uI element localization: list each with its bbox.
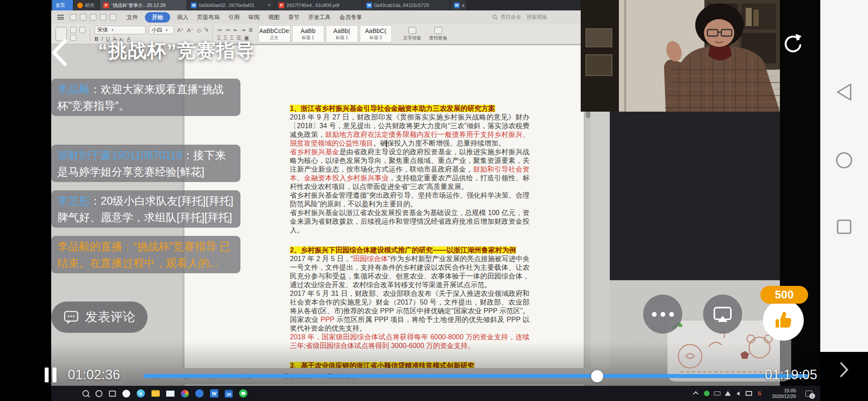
toolbar-tool-button[interactable]: 查找替换 <box>429 27 447 41</box>
indent-left-icon[interactable]: ⇤ <box>233 27 238 33</box>
ribbon-menu-item[interactable]: 页面布局 <box>193 12 224 23</box>
taskbar-app-icon[interactable] <box>166 391 174 397</box>
taskbar-app-icon[interactable]: 29 <box>225 390 233 398</box>
line-spacing-icon[interactable]: ≣ <box>248 27 253 33</box>
paragraph-style-option[interactable]: AaBb( 标题 2 <box>326 25 358 43</box>
wps-document-tab[interactable]: P 2d17f740e4...61c809.pdf <box>275 0 362 10</box>
current-time: 01:02:36 <box>68 367 120 383</box>
chat-username[interactable]: 李品毅 <box>57 83 90 95</box>
chat-username[interactable]: 浙财刘于豪190110870119 <box>57 149 182 161</box>
tab-label: 0a43cab1da..54115c5729 <box>374 3 429 8</box>
paragraph-style-option[interactable]: AaBbCcDe 正文 <box>258 25 290 43</box>
ribbon-menu-item[interactable]: 审阅 <box>244 12 264 23</box>
ribbon-menu-item[interactable]: 开发工具 <box>304 12 335 23</box>
redo-icon[interactable] <box>110 14 116 20</box>
tray-icon[interactable] <box>746 391 752 396</box>
taskbar-app-icon[interactable] <box>151 390 160 397</box>
wps-document-tab[interactable]: 首页 <box>52 0 73 10</box>
taskbar-app-icon[interactable] <box>239 389 247 398</box>
progress-thumb[interactable] <box>591 370 603 382</box>
ribbon-menu-item[interactable]: 插入 <box>173 12 193 23</box>
tab-close-icon[interactable]: × <box>268 2 271 8</box>
tray-icon[interactable] <box>725 391 731 396</box>
taskbar-app-icon[interactable] <box>95 390 102 397</box>
doc-paragraph: 2018 年 9 月 27 日，财政部印发《贯彻落实实施乡村振兴战略的意见》财办… <box>290 113 529 148</box>
taskbar-app-icon[interactable] <box>82 390 89 397</box>
number-list-icon[interactable]: ≕ <box>225 27 230 33</box>
more-options-button[interactable] <box>643 295 682 334</box>
chat-overlay: 李品毅：欢迎大家来观看直播“挑战杯”竞赛指导”。 浙财刘于豪1901108701… <box>51 79 281 282</box>
grow-font-icon[interactable]: A⁺ <box>177 27 184 33</box>
notifications-icon[interactable]: 1 <box>806 391 812 397</box>
ribbon-menu-item[interactable]: 引用 <box>224 12 244 23</box>
wps-document-tab[interactable]: 稻壳 <box>74 0 99 10</box>
toolbar-tools: 文字排版 查找替换 <box>403 27 447 41</box>
post-comment-button[interactable]: 发表评论 <box>51 302 148 333</box>
pause-button[interactable] <box>45 368 56 382</box>
wps-document-tab[interactable]: P “挑战杯”赛事介...20.12.29 <box>100 0 187 10</box>
tray-icon[interactable] <box>694 391 700 397</box>
webcam-scene <box>581 0 780 112</box>
expand-chevron-icon[interactable] <box>839 361 849 378</box>
wps-document-tab[interactable]: W 0a5bb0ae02...0676e9af31 × <box>187 0 274 10</box>
command-search[interactable]: 查找命令、搜索模板 <box>492 13 547 21</box>
toolbar-tool-button[interactable]: 文字排版 <box>403 27 421 41</box>
chat-username[interactable]: 李芷彤 <box>57 195 90 207</box>
taskbar-app-icon[interactable] <box>67 389 76 398</box>
cast-to-tv-button[interactable] <box>703 295 742 334</box>
taskbar-app-icon[interactable] <box>195 389 204 398</box>
font-size-select[interactable]: 小四▾ <box>149 26 174 34</box>
hamburger-icon[interactable] <box>57 15 64 20</box>
presenter-webcam-video[interactable] <box>581 0 780 112</box>
like-button[interactable] <box>763 300 804 341</box>
style-name: 正文 <box>270 35 279 40</box>
rotate-screen-button[interactable] <box>781 32 804 55</box>
cut-icon[interactable] <box>70 27 76 33</box>
bullet-list-icon[interactable]: ≔ <box>217 27 222 33</box>
clear-format-icon[interactable]: ◇ <box>197 27 201 33</box>
ribbon-menu-item[interactable]: 章节 <box>284 12 304 23</box>
print-icon[interactable] <box>80 14 86 20</box>
ribbon-menu-item[interactable]: 会员专享 <box>335 12 366 23</box>
clock-date: 2020/12/29 <box>772 394 796 399</box>
android-home-icon[interactable] <box>835 151 853 169</box>
progress-bar[interactable] <box>143 374 808 378</box>
undo-icon[interactable] <box>100 14 106 20</box>
taskbar-app-icon[interactable]: W <box>210 389 218 398</box>
copy-icon[interactable] <box>79 27 85 33</box>
taskbar-app-icon[interactable] <box>181 390 189 398</box>
tray-icon[interactable] <box>735 391 741 397</box>
taskbar-app-icon[interactable]: e <box>137 389 145 398</box>
chat-message: 李品毅的直播：“挑战杯”竞赛指导 已结束。在直播过程中，观看人的... <box>51 236 240 273</box>
document-type-icon: P <box>279 3 284 8</box>
ribbon-menu-item[interactable]: 文件 <box>122 12 142 23</box>
paragraph-style-option[interactable]: AaBb 标题 1 <box>292 25 324 43</box>
style-sample: AaBb <box>300 27 315 35</box>
android-back-icon[interactable] <box>835 83 853 102</box>
shrink-font-icon[interactable]: A⁻ <box>187 27 194 33</box>
font-effects-group: A⁺ A⁻ ◇ ﭏ <box>177 27 208 33</box>
ribbon-menu-item[interactable]: 视图 <box>264 12 284 23</box>
live-playback-screen: 首页 稻壳 P “挑战杯”赛事介...20.12.29 W 0 <box>0 0 868 401</box>
android-recents-icon[interactable] <box>836 219 852 235</box>
ribbon-menu-item[interactable]: 开始 <box>145 12 170 23</box>
tray-icon[interactable]: S <box>756 391 763 397</box>
taskbar-app-icon[interactable] <box>122 390 130 398</box>
highlight-icon[interactable]: ﭏ <box>205 27 208 33</box>
comment-bubble-icon <box>63 310 79 325</box>
paragraph-style-option[interactable]: AaBbC( 标题 3 <box>360 25 392 43</box>
save-icon[interactable] <box>70 14 76 20</box>
print-preview-icon[interactable] <box>90 14 96 20</box>
indent-right-icon[interactable]: ⇥ <box>241 27 245 33</box>
tray-icon[interactable] <box>704 391 710 396</box>
format-painter-icon[interactable] <box>70 35 76 41</box>
font-family-select[interactable]: 宋体▾ <box>95 26 146 34</box>
taskbar-app-icon[interactable] <box>109 391 116 397</box>
back-button[interactable] <box>48 37 71 68</box>
taskbar-clock[interactable]: 15:05 2020/12/29 <box>772 388 796 399</box>
tray-icon[interactable] <box>714 391 720 395</box>
wps-document-tab[interactable]: W 0a43cab1da..54115c5729 <box>363 0 450 10</box>
wps-document-tab[interactable]: W a <box>450 0 466 10</box>
document-type-icon: W <box>191 3 197 8</box>
doc-heading: 1、浙江省乡村振兴基金引导社会金融资本助力三农发展的研究方案 <box>290 104 529 113</box>
